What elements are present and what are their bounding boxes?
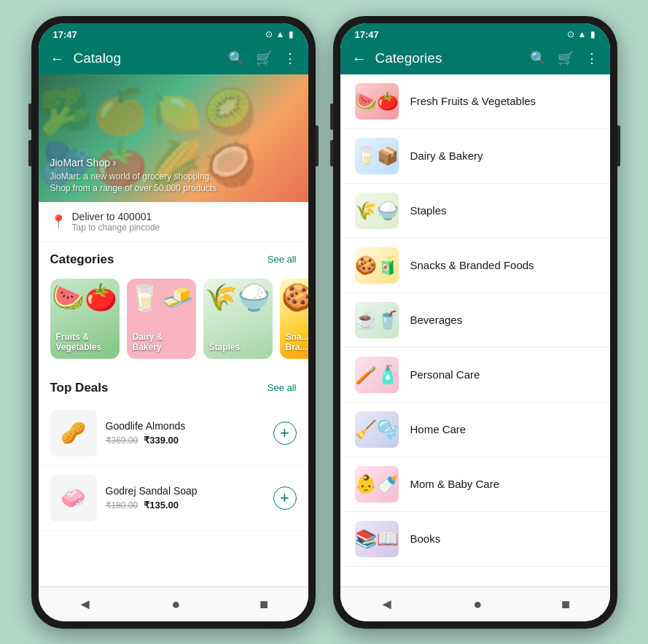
personal-thumbnail: 🪥🧴 bbox=[355, 357, 399, 393]
back-button-left[interactable]: ← bbox=[50, 50, 65, 67]
status-icons-left: ⊙ ▲ ▮ bbox=[265, 29, 294, 39]
top-deals-title: Top Deals bbox=[50, 381, 109, 395]
cat-item-beverages[interactable]: ☕🥤 Beverages bbox=[340, 293, 610, 348]
cat-item-home-care[interactable]: 🧹🫧 Home Care bbox=[340, 403, 610, 457]
nav-bar-right: ◄ ● ■ bbox=[340, 586, 610, 621]
right-phone: 17:47 ⊙ ▲ ▮ ← Categories 🔍 🛒 ⋮ 🍉🍅 Fresh bbox=[333, 16, 617, 629]
app-bar-icons-right: 🔍 🛒 ⋮ bbox=[530, 50, 598, 66]
status-icons-right: ⊙ ▲ ▮ bbox=[567, 29, 596, 39]
battery-icon-right: ▮ bbox=[590, 29, 596, 39]
search-icon-right[interactable]: 🔍 bbox=[530, 50, 546, 66]
almonds-image: 🥜 bbox=[50, 410, 97, 457]
catalog-app-bar: ← Catalog 🔍 🛒 ⋮ bbox=[39, 43, 308, 74]
staples-label: Staples bbox=[209, 342, 267, 352]
category-card-dairy[interactable]: 🥛🧈 Dairy &Bakery bbox=[127, 279, 196, 359]
personal-cat-name: Personal Care bbox=[410, 368, 480, 381]
dairy-label: Dairy &Bakery bbox=[133, 332, 190, 353]
staples-cat-name: Staples bbox=[410, 204, 447, 217]
staples-emoji: 🌾🍚 bbox=[203, 282, 273, 313]
beverages-cat-name: Beverages bbox=[410, 314, 463, 326]
baby-cat-name: Mom & Baby Care bbox=[410, 478, 500, 490]
soap-info: Godrej Sandal Soap ₹180.00 ₹135.00 bbox=[106, 485, 265, 511]
fruits-label: Fruits &Vegetables bbox=[56, 332, 114, 353]
deals-see-all[interactable]: See all bbox=[268, 382, 297, 393]
nav-back-left[interactable]: ◄ bbox=[63, 593, 107, 616]
snacks-label: Sna...Bra... bbox=[286, 332, 308, 353]
battery-icon: ▮ bbox=[289, 29, 294, 39]
dairy-emoji: 🥛🧈 bbox=[127, 282, 196, 313]
books-cat-name: Books bbox=[410, 532, 441, 545]
top-deals-header: Top Deals See all bbox=[39, 371, 308, 401]
beverages-thumbnail: ☕🥤 bbox=[355, 302, 399, 338]
left-phone: 17:47 ⊙ ▲ ▮ ← Catalog 🔍 🛒 ⋮ 🥦🍊🍋🥝🫐🍅🌽🥥 bbox=[31, 16, 316, 629]
fruits-emoji: 🍉🍅 bbox=[50, 282, 120, 313]
cat-item-snacks[interactable]: 🍪🧃 Snacks & Branded Foods bbox=[340, 238, 610, 293]
cat-item-personal-care[interactable]: 🪥🧴 Personal Care bbox=[340, 348, 610, 403]
signal-icon-right: ▲ bbox=[578, 29, 587, 39]
deal-item-almonds: 🥜 Goodlife Almonds ₹369.00 ₹339.00 + bbox=[39, 401, 308, 466]
catalog-title: Catalog bbox=[74, 50, 219, 66]
nav-home-right[interactable]: ● bbox=[458, 593, 496, 616]
almonds-info: Goodlife Almonds ₹369.00 ₹339.00 bbox=[106, 420, 265, 446]
cat-item-books[interactable]: 📚📖 Books bbox=[340, 512, 610, 567]
almonds-price-old: ₹369.00 bbox=[106, 435, 138, 446]
soap-image: 🧼 bbox=[50, 475, 97, 521]
categories-app-bar-title: Categories bbox=[375, 50, 521, 66]
soap-add-button[interactable]: + bbox=[273, 486, 297, 510]
cart-icon-left[interactable]: 🛒 bbox=[256, 50, 272, 66]
snacks-thumbnail: 🍪🧃 bbox=[355, 247, 399, 284]
app-bar-icons-left: 🔍 🛒 ⋮ bbox=[228, 50, 297, 66]
fruits-cat-name: Fresh Fruits & Vegetables bbox=[410, 95, 536, 107]
whatsapp-icon: ⊙ bbox=[265, 29, 273, 39]
almonds-name: Goodlife Almonds bbox=[106, 420, 265, 432]
categories-list: 🍉🍅 Fresh Fruits & Vegetables 🥛📦 Dairy & … bbox=[340, 74, 610, 567]
dairy-thumbnail: 🥛📦 bbox=[355, 138, 399, 174]
catalog-content: 🥦🍊🍋🥝🫐🍅🌽🥥 JioMart Shop › JioMart: a new w… bbox=[39, 74, 308, 586]
books-thumbnail: 📚📖 bbox=[355, 521, 399, 557]
signal-icon: ▲ bbox=[276, 29, 285, 39]
category-card-staples[interactable]: 🌾🍚 Staples bbox=[203, 279, 273, 359]
delivery-bar[interactable]: 📍 Deliver to 400001 Tap to change pincod… bbox=[39, 202, 308, 242]
delivery-info: Deliver to 400001 Tap to change pincode bbox=[72, 211, 160, 233]
delivery-label: Deliver to 400001 bbox=[72, 211, 160, 222]
cat-item-staples[interactable]: 🌾🍚 Staples bbox=[340, 184, 610, 238]
cart-icon-right[interactable]: 🛒 bbox=[558, 50, 574, 66]
homecare-thumbnail: 🧹🫧 bbox=[355, 411, 399, 448]
hero-subtitle2: Shop from a range of over 50,000 product… bbox=[50, 183, 297, 193]
cat-item-fruits[interactable]: 🍉🍅 Fresh Fruits & Vegetables bbox=[340, 74, 610, 129]
status-time-left: 17:47 bbox=[53, 29, 77, 40]
hero-text: JioMart Shop › JioMart: a new world of g… bbox=[50, 155, 297, 193]
status-time-right: 17:47 bbox=[355, 29, 379, 40]
categories-see-all[interactable]: See all bbox=[268, 254, 297, 265]
more-icon-right[interactable]: ⋮ bbox=[585, 50, 598, 66]
back-button-right[interactable]: ← bbox=[352, 50, 367, 67]
pin-icon: 📍 bbox=[50, 214, 66, 230]
hero-shop-name: JioMart Shop › bbox=[50, 155, 297, 170]
cat-item-baby-care[interactable]: 👶🍼 Mom & Baby Care bbox=[340, 457, 610, 512]
search-icon-left[interactable]: 🔍 bbox=[228, 50, 244, 66]
cat-item-dairy[interactable]: 🥛📦 Dairy & Bakery bbox=[340, 129, 610, 184]
baby-thumbnail: 👶🍼 bbox=[355, 466, 399, 503]
deal-item-soap: 🧼 Godrej Sandal Soap ₹180.00 ₹135.00 + bbox=[39, 466, 308, 531]
category-card-fruits[interactable]: 🍉🍅 Fruits &Vegetables bbox=[50, 279, 120, 359]
soap-price-new: ₹135.00 bbox=[144, 500, 179, 511]
nav-home-left[interactable]: ● bbox=[157, 593, 195, 616]
whatsapp-icon-right: ⊙ bbox=[567, 29, 574, 39]
category-card-snacks[interactable]: 🍪🧃 Sna...Bra... bbox=[280, 279, 308, 359]
hero-subtitle1: JioMart: a new world of grocery shopping… bbox=[50, 171, 297, 182]
almonds-add-button[interactable]: + bbox=[273, 422, 297, 445]
nav-recents-left[interactable]: ■ bbox=[245, 593, 283, 616]
snacks-cat-name: Snacks & Branded Foods bbox=[410, 259, 534, 271]
almonds-price-new: ₹339.00 bbox=[144, 435, 179, 446]
hero-banner[interactable]: 🥦🍊🍋🥝🫐🍅🌽🥥 JioMart Shop › JioMart: a new w… bbox=[39, 74, 308, 202]
almonds-prices: ₹369.00 ₹339.00 bbox=[106, 435, 265, 446]
more-icon-left[interactable]: ⋮ bbox=[284, 50, 297, 66]
nav-recents-right[interactable]: ■ bbox=[547, 593, 585, 616]
delivery-sublabel: Tap to change pincode bbox=[72, 222, 160, 233]
deals-list: 🥜 Goodlife Almonds ₹369.00 ₹339.00 + 🧼 G… bbox=[39, 401, 308, 543]
nav-back-right[interactable]: ◄ bbox=[365, 593, 409, 616]
categories-scroll: 🍉🍅 Fruits &Vegetables 🥛🧈 Dairy &Bakery 🌾… bbox=[39, 273, 308, 371]
nav-bar-left: ◄ ● ■ bbox=[39, 586, 308, 621]
categories-header: Categories See all bbox=[39, 242, 308, 273]
categories-title: Categories bbox=[50, 252, 114, 267]
